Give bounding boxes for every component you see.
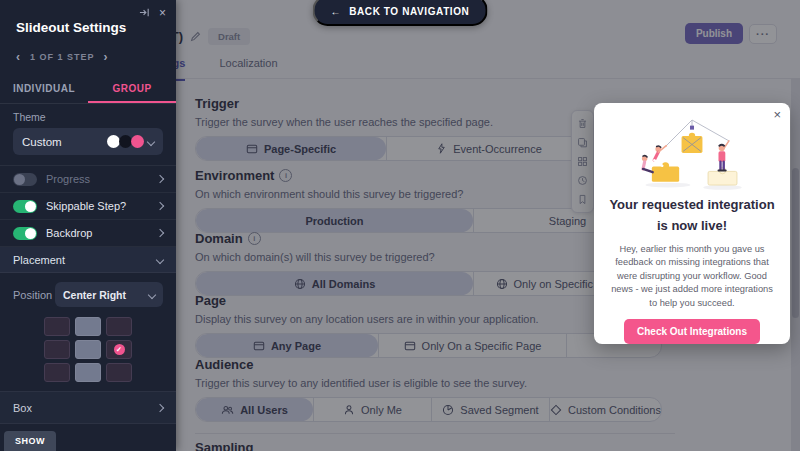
chevron-down-icon xyxy=(148,290,156,298)
position-cell-top-center[interactable] xyxy=(75,317,101,336)
close-icon[interactable]: × xyxy=(773,108,781,121)
show-button[interactable]: SHOW xyxy=(4,431,56,451)
integration-modal: × xyxy=(594,103,790,344)
close-panel-icon[interactable]: × xyxy=(159,8,166,18)
skippable-toggle[interactable] xyxy=(13,200,37,213)
position-dropdown[interactable]: Center Right xyxy=(55,282,163,307)
back-to-navigation-button[interactable]: ← BACK TO NAVIGATION xyxy=(313,0,488,26)
position-cell-bottom-center[interactable] xyxy=(75,363,101,382)
row-skippable-step[interactable]: Skippable Step? xyxy=(0,193,176,220)
chevron-down-icon xyxy=(156,255,164,263)
step-label: 1 OF 1 STEP xyxy=(30,52,95,62)
position-grid: ✓ xyxy=(46,317,131,382)
theme-label: Theme xyxy=(13,111,163,123)
position-label: Position xyxy=(13,289,55,301)
modal-body: Hey, earlier this month you gave us feed… xyxy=(607,243,777,310)
tab-individual[interactable]: INDIVIDUAL xyxy=(0,75,88,103)
theme-dropdown[interactable]: Custom xyxy=(13,128,163,155)
step-next-icon[interactable]: › xyxy=(104,50,109,64)
back-arrow-icon: ← xyxy=(331,6,342,17)
chevron-right-icon xyxy=(156,202,164,210)
selected-check-icon: ✓ xyxy=(107,341,131,358)
panel-title: Slideout Settings xyxy=(16,20,160,35)
box-section-header[interactable]: Box xyxy=(0,391,176,424)
teamwork-puzzle-illustration xyxy=(613,116,771,193)
person-sitting xyxy=(642,156,653,172)
panel-tabs: INDIVIDUAL GROUP xyxy=(0,75,176,104)
chevron-down-icon xyxy=(147,137,155,145)
row-progress[interactable]: Progress xyxy=(0,166,176,193)
check-out-integrations-button[interactable]: Check Out Integrations xyxy=(624,319,760,344)
tab-group[interactable]: GROUP xyxy=(88,75,176,103)
position-cell-bottom-right[interactable] xyxy=(106,363,132,382)
position-cell-bottom-left[interactable] xyxy=(44,363,70,382)
position-cell-top-left[interactable] xyxy=(44,317,70,336)
chevron-right-icon xyxy=(156,403,164,411)
modal-title: Your requested integration is now live! xyxy=(606,195,778,237)
position-row: Position Center Right xyxy=(0,273,176,307)
theme-section: Theme Custom xyxy=(0,104,176,166)
step-navigator: ‹ 1 OF 1 STEP › xyxy=(16,50,160,64)
chevron-right-icon xyxy=(156,175,164,183)
theme-value: Custom xyxy=(22,136,103,148)
slideout-settings-panel: × Slideout Settings ‹ 1 OF 1 STEP › INDI… xyxy=(0,0,176,451)
progress-toggle[interactable] xyxy=(13,173,37,186)
person-standing xyxy=(718,141,728,171)
row-backdrop[interactable]: Backdrop xyxy=(0,220,176,247)
position-cell-center-right[interactable]: ✓ xyxy=(106,340,132,359)
position-cell-center[interactable] xyxy=(75,340,101,359)
backdrop-toggle[interactable] xyxy=(13,227,37,240)
pin-panel-icon[interactable] xyxy=(139,7,150,18)
chevron-right-icon xyxy=(156,229,164,237)
position-cell-center-left[interactable] xyxy=(44,340,70,359)
position-cell-top-right[interactable] xyxy=(106,317,132,336)
placement-section-header[interactable]: Placement xyxy=(0,247,176,273)
palette-swatch-pink xyxy=(131,135,144,148)
step-prev-icon[interactable]: ‹ xyxy=(16,50,21,64)
